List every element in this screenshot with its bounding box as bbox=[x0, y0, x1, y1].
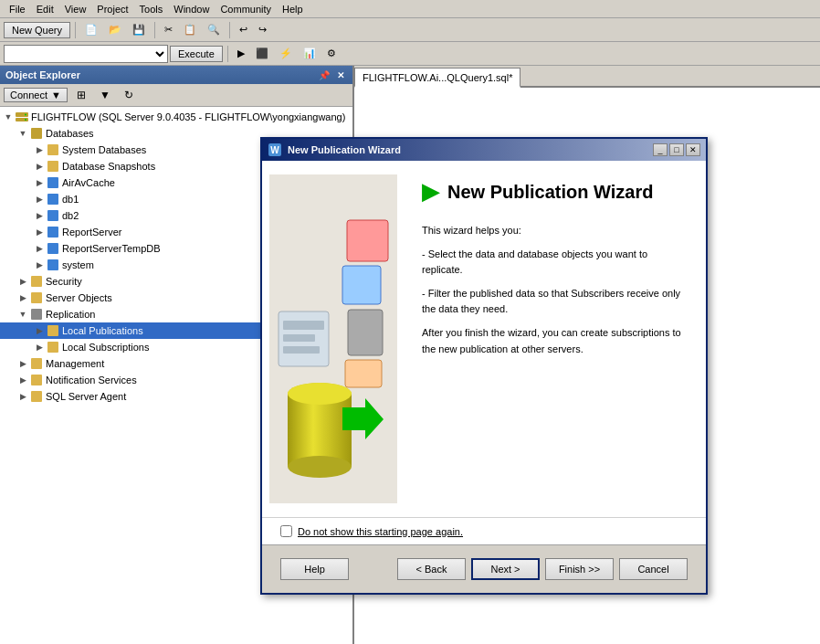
dialog-footer: Help < Back Next > Finish >> Cancel bbox=[262, 544, 706, 593]
svg-rect-31 bbox=[348, 310, 383, 355]
dialog-title-text: New Publication Wizard bbox=[288, 144, 401, 155]
svg-point-26 bbox=[288, 456, 352, 478]
new-publication-wizard-dialog: W New Publication Wizard _ □ ✕ bbox=[260, 137, 708, 595]
dialog-buttons-row: Help < Back Next > Finish >> Cancel bbox=[271, 551, 697, 587]
next-button[interactable]: Next > bbox=[471, 558, 540, 580]
dont-show-label[interactable]: Do not show this starting page again. bbox=[298, 526, 463, 537]
dialog-titlebar: W New Publication Wizard _ □ ✕ bbox=[262, 139, 706, 161]
dialog-controls: _ □ ✕ bbox=[653, 143, 700, 156]
wizard-bullet2: - Filter the published data so that Subs… bbox=[422, 286, 688, 318]
cancel-button[interactable]: Cancel bbox=[619, 558, 688, 580]
wizard-bullet3: After you finish the wizard, you can cre… bbox=[422, 325, 688, 357]
wizard-heading-area: ▶ New Publication Wizard bbox=[422, 179, 688, 205]
wizard-bullet1: - Select the data and database objects y… bbox=[422, 247, 688, 279]
dialog-overlay: W New Publication Wizard _ □ ✕ bbox=[0, 0, 820, 644]
svg-text:W: W bbox=[270, 145, 279, 155]
nav-button-group: < Back Next > Finish >> Cancel bbox=[397, 558, 688, 580]
svg-rect-35 bbox=[283, 334, 315, 342]
checkbox-row: Do not show this starting page again. bbox=[262, 517, 706, 544]
dialog-title-area: W New Publication Wizard bbox=[268, 143, 401, 157]
dialog-body: ▶ New Publication Wizard This wizard hel… bbox=[262, 161, 706, 517]
back-button[interactable]: < Back bbox=[397, 558, 466, 580]
wizard-intro-text: This wizard helps you: - Select the data… bbox=[422, 223, 688, 364]
dialog-content: ▶ New Publication Wizard This wizard hel… bbox=[404, 161, 706, 517]
finish-button[interactable]: Finish >> bbox=[545, 558, 614, 580]
svg-point-27 bbox=[288, 383, 352, 405]
dialog-minimize-button[interactable]: _ bbox=[653, 143, 668, 156]
svg-rect-29 bbox=[347, 220, 388, 261]
dont-show-checkbox[interactable] bbox=[280, 525, 292, 537]
wizard-intro-label: This wizard helps you: bbox=[422, 223, 688, 239]
svg-rect-30 bbox=[342, 266, 381, 304]
help-button[interactable]: Help bbox=[280, 558, 349, 580]
wizard-arrow-icon: ▶ bbox=[422, 179, 438, 205]
svg-rect-36 bbox=[283, 346, 320, 354]
wizard-illustration bbox=[269, 174, 397, 503]
dialog-illustration-area bbox=[262, 161, 404, 517]
wizard-title-text: New Publication Wizard bbox=[447, 182, 653, 203]
dialog-close-button[interactable]: ✕ bbox=[686, 143, 700, 156]
svg-rect-32 bbox=[345, 360, 382, 387]
dialog-maximize-button[interactable]: □ bbox=[669, 143, 684, 156]
svg-rect-34 bbox=[283, 321, 324, 330]
wizard-icon: W bbox=[268, 143, 282, 157]
